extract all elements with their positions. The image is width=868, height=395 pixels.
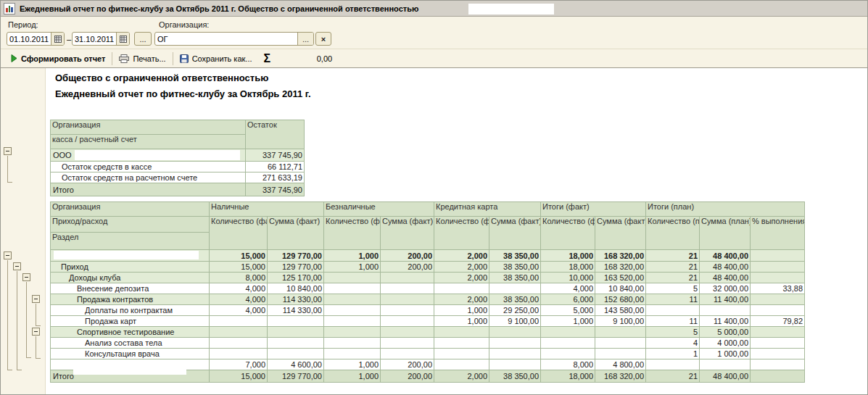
header-cell[interactable]: Сумма (факт) [489,217,541,250]
value-cell[interactable] [646,305,700,316]
collapse-button[interactable] [4,147,12,155]
value-cell[interactable]: 9 100,00 [489,316,541,327]
row-label-cell[interactable]: Продажа контрактов [51,294,210,305]
value-cell[interactable] [541,349,595,359]
header-cell[interactable]: Количество (факт) [434,217,489,250]
value-cell[interactable] [595,327,646,338]
value-cell[interactable] [489,327,541,338]
value-cell[interactable] [751,359,805,370]
value-cell[interactable]: 8,000 [541,359,595,370]
value-cell[interactable]: 21 [646,262,700,273]
value-cell[interactable] [751,349,805,359]
value-cell[interactable]: 15,000 [210,262,268,273]
value-cell[interactable]: 168 320,00 [595,370,646,383]
value-cell[interactable]: 11 400,00 [700,316,751,327]
collapse-button[interactable] [22,273,30,281]
value-cell[interactable]: 4,000 [541,283,595,294]
row-label-cell[interactable]: Приход [51,262,210,273]
value-cell[interactable]: 1,000 [324,359,381,370]
value-cell[interactable]: 1,000 [434,316,489,327]
header-cell[interactable]: Организация [51,120,246,135]
value-cell[interactable]: 1,000 [324,370,381,383]
value-cell[interactable] [434,338,489,349]
collapse-button[interactable] [32,295,40,303]
value-cell[interactable] [434,327,489,338]
value-cell[interactable]: 5 000,00 [700,327,751,338]
value-cell[interactable]: 129 770,00 [268,370,324,383]
value-cell[interactable]: 38 350,00 [489,294,541,305]
value-cell[interactable] [210,316,268,327]
value-cell[interactable]: 114 330,00 [268,305,324,316]
value-cell[interactable] [646,359,700,370]
value-cell[interactable]: 38 350,00 [489,262,541,273]
value-cell[interactable]: 2,000 [434,262,489,273]
value-cell[interactable] [751,273,805,283]
value-cell[interactable]: 11 [646,294,700,305]
value-cell[interactable] [324,349,381,359]
value-cell[interactable] [210,327,268,338]
value-cell[interactable]: 4,000 [210,305,268,316]
value-cell[interactable]: 5,000 [541,305,595,316]
value-cell[interactable]: 21 [646,273,700,283]
value-cell[interactable]: 1,000 [434,305,489,316]
value-cell[interactable]: 7,000 [210,359,268,370]
header-cell[interactable]: Безналичные [324,202,434,217]
header-cell[interactable]: Количество (факт) [324,217,381,250]
value-cell[interactable]: 337 745,90 [246,183,305,196]
value-cell[interactable]: 5 [646,283,700,294]
value-cell[interactable]: 21 [646,250,700,262]
value-cell[interactable]: 48 400,00 [700,273,751,283]
value-cell[interactable]: 1,000 [324,250,381,262]
value-cell[interactable]: 2,000 [434,273,489,283]
value-cell[interactable] [268,327,324,338]
header-cell[interactable]: Наличные [210,202,324,217]
value-cell[interactable] [489,359,541,370]
row-label-cell[interactable]: Анализ состава тела [51,338,210,349]
print-button[interactable]: Печать... [115,54,170,63]
value-cell[interactable]: 18,000 [541,250,595,262]
value-cell[interactable] [324,327,381,338]
header-cell[interactable]: Сумма (факт) [381,217,434,250]
row-label-cell[interactable]: Доплаты по контрактам [51,305,210,316]
value-cell[interactable] [751,338,805,349]
calendar-icon[interactable] [116,33,129,45]
header-cell[interactable]: Сумма (план) [700,217,751,250]
value-cell[interactable] [434,359,489,370]
value-cell[interactable]: 4 600,00 [268,359,324,370]
value-cell[interactable]: 18,000 [541,370,595,383]
save-as-button[interactable]: Сохранить как... [175,54,257,63]
generate-report-button[interactable]: Сформировать отчет [7,54,109,63]
value-cell[interactable] [381,349,434,359]
value-cell[interactable] [381,305,434,316]
value-cell[interactable] [381,338,434,349]
value-cell[interactable] [751,294,805,305]
value-cell[interactable] [381,316,434,327]
value-cell[interactable]: 4 000,00 [700,338,751,349]
value-cell[interactable]: 48 400,00 [700,250,751,262]
value-cell[interactable]: 8,000 [210,273,268,283]
value-cell[interactable]: 2,000 [434,250,489,262]
value-cell[interactable]: 163 520,00 [595,273,646,283]
value-cell[interactable]: 1,000 [324,262,381,273]
value-cell[interactable] [541,327,595,338]
header-cell[interactable]: Количество (план) [646,217,700,250]
header-cell[interactable]: Раздел [51,233,210,250]
header-cell[interactable]: Сумма (факт) [268,217,324,250]
value-cell[interactable]: 2,000 [434,294,489,305]
value-cell[interactable] [751,305,805,316]
value-cell[interactable]: 38 350,00 [489,370,541,383]
header-cell[interactable]: Организация [51,202,210,217]
value-cell[interactable]: 48 400,00 [700,370,751,383]
value-cell[interactable]: 200,00 [381,262,434,273]
value-cell[interactable] [324,316,381,327]
row-label-cell[interactable]: Остаток средств в кассе [51,162,246,172]
header-cell[interactable]: Сумма (факт) [595,217,646,250]
value-cell[interactable] [381,327,434,338]
value-cell[interactable] [324,305,381,316]
value-cell[interactable]: 168 320,00 [595,262,646,273]
date-to-input[interactable] [73,33,116,45]
value-cell[interactable]: 4 800,00 [595,359,646,370]
value-cell[interactable]: 79,82 [751,316,805,327]
value-cell[interactable] [751,262,805,273]
value-cell[interactable]: 200,00 [381,370,434,383]
